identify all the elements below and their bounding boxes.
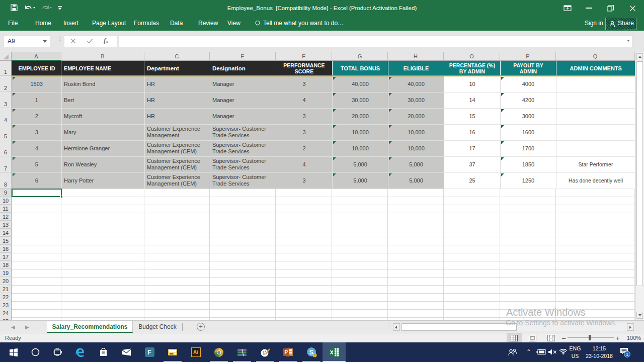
- svg-text:P: P: [285, 349, 288, 355]
- svg-text:2: 2: [313, 353, 315, 357]
